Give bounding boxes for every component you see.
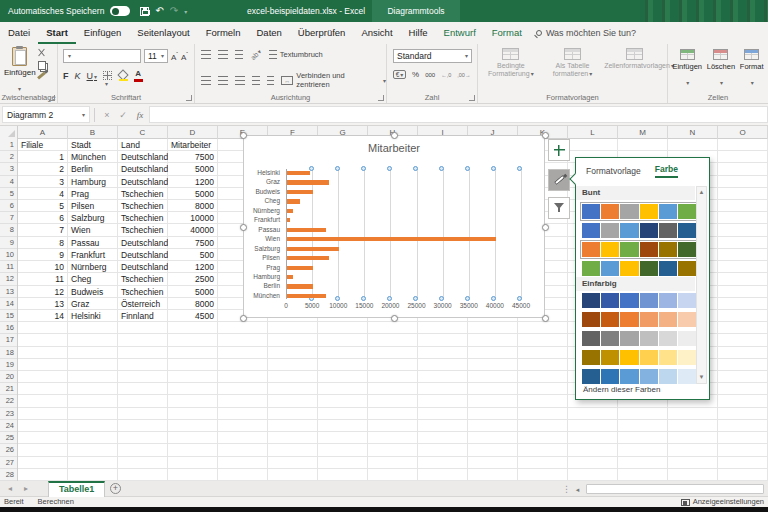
color-swatch[interactable] (601, 312, 619, 327)
row-header[interactable]: 24 (0, 420, 17, 432)
borders-icon[interactable] (103, 71, 112, 80)
horizontal-scrollbar[interactable] (586, 484, 764, 494)
chart-bar[interactable] (287, 180, 329, 184)
insert-function-icon[interactable]: fx (131, 110, 149, 120)
color-swatch[interactable] (659, 242, 677, 257)
select-all-corner[interactable] (0, 126, 18, 139)
color-swatch[interactable] (582, 369, 600, 384)
gridline-handle[interactable] (361, 296, 366, 301)
chart-bar[interactable] (287, 209, 293, 213)
row-header[interactable]: 3 (0, 163, 17, 175)
chart-bar[interactable] (287, 256, 329, 260)
ribbon-tab[interactable]: Start (38, 22, 76, 44)
font-name-input[interactable] (63, 49, 141, 63)
grid-cell[interactable]: 13 (18, 298, 68, 310)
chart-elements-button[interactable] (548, 139, 570, 161)
grid-cell[interactable]: 4 (18, 188, 68, 200)
undo-icon[interactable]: ↶ (155, 6, 163, 16)
column-header[interactable]: B (68, 126, 118, 139)
grid-cell[interactable]: Wien (68, 224, 118, 236)
grid-cell[interactable]: Salzburg (68, 212, 118, 224)
row-header[interactable]: 14 (0, 298, 17, 310)
grid-cell[interactable]: Deutschland (118, 176, 168, 188)
row-header[interactable]: 17 (0, 334, 17, 346)
grid-cell[interactable]: 1 (18, 151, 68, 163)
cell-styles-button[interactable]: Zellenformatvorlagen (604, 48, 664, 78)
grid-cell[interactable]: Helsinki (68, 310, 118, 322)
decrease-font-icon[interactable]: Aˇ (181, 51, 188, 62)
redo-icon[interactable]: ↷ (170, 6, 178, 16)
accounting-format-icon[interactable]: € (393, 70, 406, 79)
color-swatch[interactable] (659, 350, 677, 365)
gridline-handle[interactable] (335, 166, 340, 171)
row-header[interactable]: 6 (0, 200, 17, 212)
grid-cell[interactable]: Pilsen (68, 200, 118, 212)
grid-cell[interactable]: Passau (68, 237, 118, 249)
chart-bar[interactable] (287, 199, 300, 203)
gridline-handle[interactable] (413, 296, 418, 301)
grid-cell[interactable]: 8 (18, 237, 68, 249)
grid-cell[interactable]: Deutschland (118, 237, 168, 249)
dialog-launcher-icon[interactable] (186, 95, 192, 101)
grid-cell[interactable]: Hamburg (68, 176, 118, 188)
grid-cell[interactable]: Stadt (68, 139, 118, 151)
color-swatch[interactable] (601, 293, 619, 308)
row-header[interactable]: 15 (0, 310, 17, 322)
color-swatch[interactable] (678, 331, 696, 346)
color-swatch[interactable] (601, 331, 619, 346)
chart-bar[interactable] (287, 294, 326, 298)
grid-cell[interactable]: 5000 (168, 163, 218, 175)
grid-cell[interactable]: 9 (18, 249, 68, 261)
row-header[interactable]: 1 (0, 139, 17, 151)
decrease-indent-icon[interactable] (252, 76, 260, 85)
color-swatch[interactable] (601, 204, 619, 219)
sheet-prev-icon[interactable]: ◂ (8, 481, 12, 497)
row-header[interactable]: 9 (0, 237, 17, 249)
bold-button[interactable]: F (63, 71, 69, 81)
grid-cell[interactable]: Tschechien (118, 188, 168, 200)
align-center-icon[interactable] (218, 76, 228, 85)
grid-cell[interactable]: Deutschland (118, 261, 168, 273)
palette-row[interactable] (582, 331, 696, 346)
ribbon-tab[interactable]: Ansicht (353, 22, 400, 44)
color-swatch[interactable] (620, 204, 638, 219)
grid-cell[interactable]: 8000 (168, 298, 218, 310)
row-header[interactable]: 20 (0, 371, 17, 383)
chart-selection-handle[interactable] (240, 224, 247, 231)
font-color-icon[interactable]: A (133, 70, 143, 82)
grid-cell[interactable]: Tschechien (118, 200, 168, 212)
palette-row[interactable] (582, 223, 696, 238)
grid-cell[interactable]: 7500 (168, 151, 218, 163)
grid-cell[interactable]: 7500 (168, 237, 218, 249)
ribbon-tab[interactable]: Entwurf (436, 22, 484, 44)
color-swatch[interactable] (620, 369, 638, 384)
color-swatch[interactable] (601, 369, 619, 384)
color-swatch[interactable] (640, 204, 658, 219)
grid-cell[interactable]: 1200 (168, 261, 218, 273)
ribbon-tab[interactable]: Einfügen (76, 22, 130, 44)
grid-cell[interactable]: 10000 (168, 212, 218, 224)
row-header[interactable]: 26 (0, 444, 17, 456)
gridline-handle[interactable] (465, 166, 470, 171)
grid-cell[interactable]: 5000 (168, 188, 218, 200)
color-swatch[interactable] (601, 261, 619, 276)
color-swatch[interactable] (659, 312, 677, 327)
color-swatch[interactable] (659, 369, 677, 384)
merge-center-button[interactable]: ↔ Verbinden und zentrieren (281, 71, 386, 89)
chart-selection-handle[interactable] (542, 315, 549, 322)
ribbon-tab[interactable]: Daten (249, 22, 290, 44)
paste-button[interactable]: Einfügen (4, 47, 34, 91)
column-header[interactable]: L (568, 126, 618, 139)
row-header[interactable]: 23 (0, 408, 17, 420)
grid-cell[interactable]: Deutschland (118, 151, 168, 163)
insert-cells-button[interactable]: Einfügen (672, 49, 702, 89)
delete-cells-button[interactable]: Löschen (707, 49, 735, 89)
color-swatch[interactable] (678, 312, 696, 327)
increase-font-icon[interactable]: Aˆ (171, 51, 178, 62)
status-calc[interactable]: Berechnen (38, 497, 74, 507)
grid-cell[interactable]: Land (118, 139, 168, 151)
color-swatch[interactable] (640, 223, 658, 238)
color-swatch[interactable] (601, 242, 619, 257)
color-swatch[interactable] (659, 204, 677, 219)
chart-bar[interactable] (287, 237, 496, 241)
